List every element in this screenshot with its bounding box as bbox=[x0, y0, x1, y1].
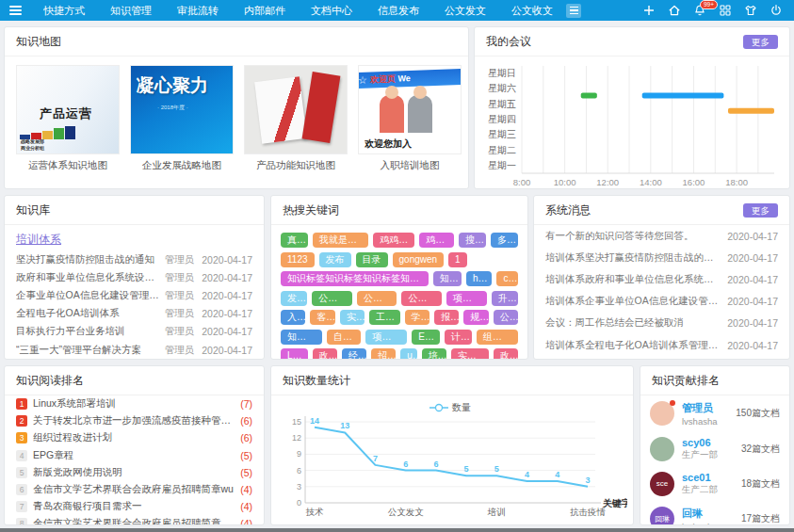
keyword-tag[interactable]: 学习 bbox=[405, 310, 429, 325]
keyword-tag[interactable]: EPG bbox=[412, 330, 440, 345]
keyword-tag[interactable]: 鸡鸡鸡鸡 bbox=[373, 233, 414, 248]
system-messages-more-button[interactable]: 更多 bbox=[743, 203, 778, 218]
keyword-tag[interactable]: 经验 bbox=[342, 348, 366, 360]
keyword-tag[interactable]: hao bbox=[466, 271, 492, 286]
theme-shirt-icon[interactable] bbox=[744, 4, 757, 17]
keyword-tag[interactable]: 规定 bbox=[463, 310, 488, 325]
keyword-tag[interactable]: 知识标签知识标签知识标签知识标签123 bbox=[281, 271, 429, 286]
keyword-tag[interactable]: ce bbox=[496, 271, 518, 286]
keyword-tag[interactable]: 组织过程 bbox=[477, 330, 518, 345]
contribution-rank-item[interactable]: scesce01生产二部18篇文档 bbox=[640, 466, 789, 501]
knowledge-base-item[interactable]: 政府和事业单位信息化系统设计方案范文规范管理员2020-04-17 bbox=[5, 268, 264, 286]
contribution-rank-item[interactable]: scy06生产一部32篇文档 bbox=[640, 431, 789, 466]
keyword-tag[interactable]: 培训 bbox=[422, 348, 446, 360]
knowledge-map-item[interactable]: 产品功能知识地图 bbox=[244, 65, 348, 172]
power-icon[interactable] bbox=[770, 4, 783, 17]
knowledge-base-item[interactable]: 目标执行力平台业务培训管理员2020-04-17 bbox=[5, 323, 264, 341]
system-message-item[interactable]: 培训体系企事业单位OA信息化建设管理系统设计说明书范例管理员20...2020-… bbox=[534, 291, 789, 313]
keyword-tag[interactable]: 公文拟文 bbox=[357, 291, 397, 306]
svg-text:3: 3 bbox=[297, 482, 301, 492]
keyword-tag[interactable]: Linux bbox=[281, 348, 308, 360]
keyword-tag[interactable]: 我就是一个点 bbox=[313, 233, 368, 248]
add-icon[interactable] bbox=[642, 4, 656, 17]
system-message-item[interactable]: 培训体系目标执行力平台业务培训管理员2020-08-17 08:16:15202… bbox=[534, 356, 789, 360]
nav-tab-6[interactable]: 信息发布 bbox=[378, 4, 419, 18]
knowledge-map-thumbnail[interactable] bbox=[244, 65, 348, 154]
knowledge-map-item[interactable]: 凝心聚力· 2018年度 ·企业发展战略地图 bbox=[130, 65, 234, 172]
keyword-tag[interactable]: gongwen bbox=[393, 252, 445, 267]
keyword-tag[interactable]: 发文 bbox=[281, 291, 307, 306]
keyword-tag[interactable]: 鸡鸡鸡 bbox=[419, 233, 454, 248]
knowledge-map-thumbnail[interactable]: ☆欢迎页 We欢迎您加入 bbox=[358, 65, 462, 154]
reading-rank-item[interactable]: 2关于转发北京市进一步加强流感疫苗接种管理工作的通知(6) bbox=[5, 412, 264, 429]
contribution-rank-item[interactable]: 管理员lvshasha150篇文档 bbox=[640, 395, 789, 431]
nav-more-button[interactable] bbox=[566, 4, 581, 18]
keyword-tag[interactable]: 真的 bbox=[281, 233, 308, 248]
knowledge-base-category-link[interactable]: 培训体系 bbox=[16, 232, 61, 248]
keyword-tag[interactable]: 自定义 bbox=[327, 330, 361, 345]
keyword-tag[interactable]: 公文发文 bbox=[312, 291, 352, 306]
keyword-tag[interactable]: 公文 bbox=[494, 310, 518, 325]
keyword-tag[interactable]: 入职 bbox=[281, 310, 305, 325]
keyword-tag[interactable]: 工具包 bbox=[369, 310, 400, 325]
keyword-tag[interactable]: 发布 bbox=[319, 252, 351, 267]
nav-tab-5[interactable]: 文档中心 bbox=[311, 4, 352, 18]
keyword-tag[interactable]: 知识 bbox=[433, 271, 462, 286]
menu-hamburger-icon[interactable] bbox=[9, 6, 23, 15]
nav-tab-1[interactable]: 快捷方式 bbox=[43, 4, 85, 18]
reading-rank-item[interactable]: 6金信市文学艺术界联合会政府雇员招聘简章wu(4) bbox=[5, 481, 264, 498]
keyword-tag[interactable]: 实践 样例 bbox=[451, 348, 489, 360]
keyword-tag[interactable]: 报表 bbox=[434, 310, 459, 325]
system-message-item[interactable]: 培训体系坚决打赢疫情防控阻击战的通知管理员2020-10-17 10:54:46… bbox=[534, 247, 789, 268]
nav-tab-3[interactable]: 审批流转 bbox=[177, 4, 219, 18]
knowledge-map-thumbnail[interactable]: 凝心聚力· 2018年度 · bbox=[130, 65, 234, 154]
knowledge-map-item[interactable]: 产品运营战略发展部商业分析组运营体系知识地图 bbox=[16, 65, 120, 172]
system-message-item[interactable]: 会议：周工作总结会已经被取消2020-04-17 bbox=[534, 313, 789, 334]
keyword-tag[interactable]: 1123 bbox=[281, 252, 315, 267]
keyword-tag[interactable]: 1 bbox=[448, 252, 467, 267]
meetings-more-button[interactable]: 更多 bbox=[743, 35, 778, 50]
knowledge-base-item[interactable]: 全程电子化OA培训体系管理员2020-04-17 bbox=[5, 305, 264, 323]
keyword-tag[interactable]: 政务 bbox=[313, 348, 337, 360]
keyword-tag[interactable]: 计划 bbox=[445, 330, 472, 345]
nav-tab-7[interactable]: 公文发文 bbox=[445, 4, 486, 18]
tag-row: Linux政务经验招聘u培训实践 样例政府 bbox=[281, 348, 518, 360]
knowledge-base-item[interactable]: 企事业单位OA信息化建设管理系统设计说明书范例管理员2020-04-17 bbox=[5, 286, 264, 304]
keyword-tag[interactable]: 公文收文 bbox=[401, 291, 442, 306]
reading-rank-item[interactable]: 7青岛农商银行项目需求一(4) bbox=[5, 498, 264, 515]
knowledge-base-item[interactable]: 华天动力党政办公平台-绩效考核管理员2020-04-16 bbox=[5, 359, 264, 360]
knowledge-map-thumbnail[interactable]: 产品运营战略发展部商业分析组 bbox=[16, 65, 120, 154]
contribution-rank-item[interactable]: 回琳回琳lvshasha17篇文档 bbox=[640, 501, 789, 525]
document-count: 150篇文档 bbox=[736, 407, 780, 420]
apps-grid-icon[interactable] bbox=[719, 4, 732, 17]
keyword-tag[interactable]: 项目需求 bbox=[365, 330, 407, 345]
reading-rank-item[interactable]: 5新版党政网使用说明(5) bbox=[5, 464, 264, 481]
nav-tab-4[interactable]: 内部邮件 bbox=[244, 4, 285, 18]
keyword-tag[interactable]: 知识管理 bbox=[281, 330, 322, 345]
svg-text:5: 5 bbox=[494, 464, 499, 474]
notification-bell-icon[interactable]: 99+ bbox=[693, 4, 706, 17]
system-message-item[interactable]: 有一个新的知识问答等待您回答。2020-04-17 bbox=[534, 225, 789, 247]
keyword-tag[interactable]: 项目经理 bbox=[446, 291, 487, 306]
nav-tab-8[interactable]: 公文收文 bbox=[511, 4, 553, 18]
knowledge-map-item[interactable]: ☆欢迎页 We欢迎您加入入职培训地图 bbox=[358, 65, 462, 172]
keyword-tag[interactable]: 政府 bbox=[494, 348, 518, 360]
system-message-item[interactable]: 培训体系全程电子化OA培训体系管理员2020-08-17 08:17:43202… bbox=[534, 334, 789, 356]
home-icon[interactable] bbox=[668, 4, 681, 17]
keyword-tag[interactable]: 招聘 bbox=[371, 348, 396, 360]
keyword-tag[interactable]: 客服 bbox=[310, 310, 334, 325]
reading-rank-item[interactable]: 4EPG章程(5) bbox=[5, 447, 264, 464]
knowledge-base-item[interactable]: 坚决打赢疫情防控阻击战的通知管理员2020-04-17 bbox=[5, 250, 264, 268]
keyword-tag[interactable]: 目录 bbox=[356, 252, 388, 267]
keyword-tag[interactable]: 实施 bbox=[340, 310, 365, 325]
keyword-tag[interactable]: u bbox=[400, 348, 416, 360]
keyword-tag[interactable]: 搜索 bbox=[459, 233, 486, 248]
keyword-tag[interactable]: 升职 bbox=[492, 291, 518, 306]
reading-rank-item[interactable]: 3组织过程改进计划(6) bbox=[5, 429, 264, 446]
reading-rank-item[interactable]: 1Linux系统部署培训(7) bbox=[5, 395, 264, 412]
system-message-item[interactable]: 培训体系政府和事业单位信息化系统设计方案范文规范管理员2020-1...2020… bbox=[534, 268, 789, 290]
nav-tab-2[interactable]: 知识管理 bbox=[110, 4, 152, 18]
keyword-tag[interactable]: 多大 bbox=[491, 233, 518, 248]
reading-rank-item[interactable]: 8金信市文学艺术界联合会政府雇员招聘简章(4) bbox=[5, 515, 264, 525]
knowledge-base-item[interactable]: “三重一大”管理平台解决方案管理员2020-04-17 bbox=[5, 341, 264, 359]
